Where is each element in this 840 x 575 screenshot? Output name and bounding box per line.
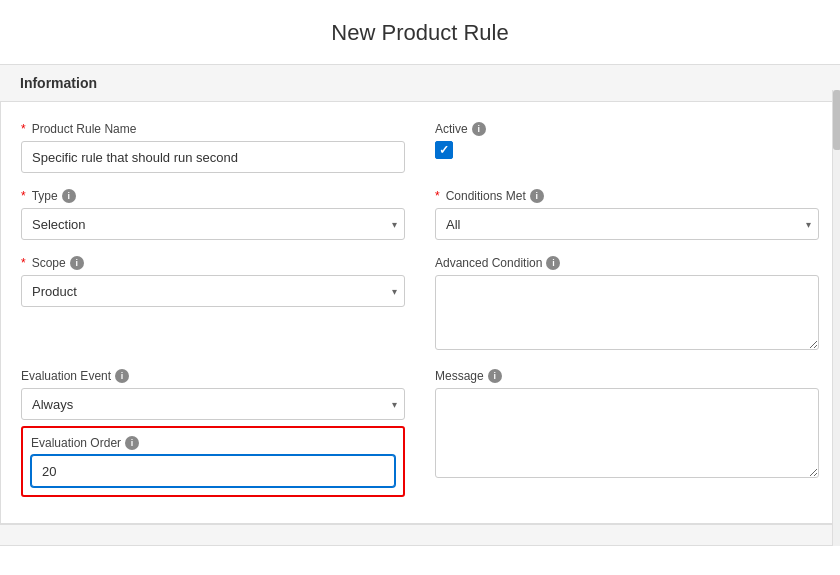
active-checkbox[interactable] — [435, 141, 453, 159]
col-product-rule-name: * Product Rule Name — [21, 122, 405, 173]
advanced-condition-textarea[interactable] — [435, 275, 819, 350]
col-type: * Type i Selection Upsell Cross-sell ▾ — [21, 189, 405, 240]
active-checkbox-wrapper — [435, 141, 819, 159]
page-wrapper: New Product Rule Information * Product R… — [0, 0, 840, 546]
evaluation-event-select-wrapper: Always New Items Only ▾ — [21, 388, 405, 420]
type-label: * Type i — [21, 189, 405, 203]
page-title: New Product Rule — [0, 0, 840, 64]
lookup-section-header — [0, 524, 840, 546]
scrollbar-thumb[interactable] — [833, 90, 840, 150]
evaluation-order-wrapper: Evaluation Order i — [21, 426, 405, 497]
scope-label: * Scope i — [21, 256, 405, 270]
conditions-met-info-icon: i — [530, 189, 544, 203]
message-textarea[interactable] — [435, 388, 819, 478]
col-advanced-condition: Advanced Condition i — [435, 256, 819, 353]
conditions-met-select-wrapper: All Any ▾ — [435, 208, 819, 240]
scrollbar[interactable] — [832, 90, 840, 546]
evaluation-order-input[interactable] — [31, 455, 395, 487]
evaluation-order-label: Evaluation Order i — [31, 436, 395, 450]
row-type-conditions: * Type i Selection Upsell Cross-sell ▾ *… — [21, 189, 819, 240]
conditions-met-select[interactable]: All Any — [435, 208, 819, 240]
product-rule-name-label: * Product Rule Name — [21, 122, 405, 136]
conditions-met-label: * Conditions Met i — [435, 189, 819, 203]
scope-select-wrapper: Product Category Global ▾ — [21, 275, 405, 307]
form-body: * Product Rule Name Active i * T — [0, 102, 840, 524]
product-rule-name-input[interactable] — [21, 141, 405, 173]
type-info-icon: i — [62, 189, 76, 203]
scope-select[interactable]: Product Category Global — [21, 275, 405, 307]
advanced-condition-info-icon: i — [546, 256, 560, 270]
col-evaluation-event: Evaluation Event i Always New Items Only… — [21, 369, 405, 497]
type-select[interactable]: Selection Upsell Cross-sell — [21, 208, 405, 240]
information-section-header: Information — [0, 64, 840, 102]
active-label: Active i — [435, 122, 819, 136]
evaluation-event-info-icon: i — [115, 369, 129, 383]
row-scope-advanced: * Scope i Product Category Global ▾ Adva… — [21, 256, 819, 353]
col-message: Message i — [435, 369, 819, 497]
evaluation-event-label: Evaluation Event i — [21, 369, 405, 383]
message-info-icon: i — [488, 369, 502, 383]
col-conditions-met: * Conditions Met i All Any ▾ — [435, 189, 819, 240]
evaluation-event-select[interactable]: Always New Items Only — [21, 388, 405, 420]
evaluation-order-info-icon: i — [125, 436, 139, 450]
advanced-condition-label: Advanced Condition i — [435, 256, 819, 270]
col-scope: * Scope i Product Category Global ▾ — [21, 256, 405, 353]
scope-info-icon: i — [70, 256, 84, 270]
row-name-active: * Product Rule Name Active i — [21, 122, 819, 173]
col-active: Active i — [435, 122, 819, 173]
row-eval-event-message: Evaluation Event i Always New Items Only… — [21, 369, 819, 497]
message-label: Message i — [435, 369, 819, 383]
type-select-wrapper: Selection Upsell Cross-sell ▾ — [21, 208, 405, 240]
active-info-icon: i — [472, 122, 486, 136]
